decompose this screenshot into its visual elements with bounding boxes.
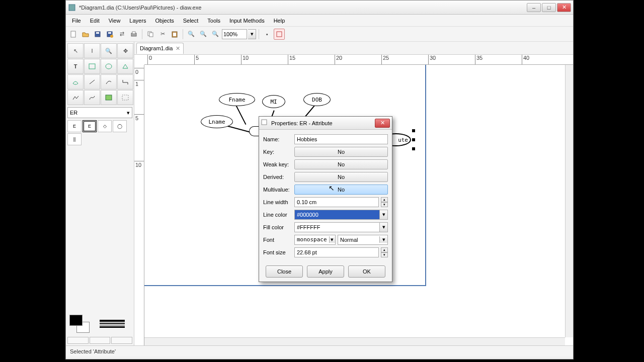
chevron-down-icon[interactable]: ▾ bbox=[379, 223, 387, 232]
menu-tools[interactable]: Tools bbox=[203, 17, 224, 25]
key-toggle[interactable]: No bbox=[294, 147, 388, 157]
print-icon[interactable] bbox=[128, 29, 139, 40]
menu-file[interactable]: File bbox=[68, 17, 85, 25]
fg-bg-color[interactable] bbox=[69, 315, 90, 333]
font-family-select[interactable]: monospace ▾ bbox=[294, 235, 336, 245]
menu-help[interactable]: Help bbox=[270, 17, 289, 25]
maximize-button[interactable]: □ bbox=[542, 3, 556, 12]
scrollbar-horizontal[interactable] bbox=[144, 337, 565, 345]
svg-rect-18 bbox=[122, 95, 128, 100]
menu-input-methods[interactable]: Input Methods bbox=[225, 17, 269, 25]
arrow-end-selector[interactable] bbox=[111, 337, 132, 344]
chevron-down-icon[interactable]: ▾ bbox=[379, 210, 387, 219]
fontsize-spinner[interactable]: ▴▾ bbox=[381, 247, 388, 257]
selection-handle[interactable] bbox=[412, 129, 415, 132]
text-edit-tool-icon[interactable]: I bbox=[84, 43, 100, 58]
er-participation-icon[interactable]: || bbox=[67, 133, 82, 145]
dialog-title: Properties: ER - Attribute bbox=[271, 120, 375, 126]
er-attribute-lname[interactable]: Lname bbox=[201, 115, 233, 128]
fg-swatch[interactable] bbox=[69, 315, 83, 326]
tab-close-icon[interactable]: ✕ bbox=[176, 45, 180, 52]
chevron-down-icon[interactable]: ▾ bbox=[329, 236, 335, 243]
close-button[interactable]: Close bbox=[266, 265, 303, 278]
menu-view[interactable]: View bbox=[105, 17, 125, 25]
linecolor-picker[interactable]: #000000 ▾ bbox=[294, 210, 388, 220]
er-entity-icon[interactable]: E bbox=[67, 120, 82, 132]
menu-layers[interactable]: Layers bbox=[125, 17, 150, 25]
ok-button[interactable]: OK bbox=[348, 265, 385, 278]
dialog-close-button[interactable]: ✕ bbox=[375, 119, 390, 128]
ruler-tick: 25 bbox=[381, 55, 389, 65]
sheet-name: ER bbox=[70, 110, 77, 116]
close-button[interactable]: ✕ bbox=[557, 3, 571, 12]
text-tool-icon[interactable]: T bbox=[67, 59, 84, 74]
cut-icon[interactable]: ✂ bbox=[157, 29, 168, 40]
er-attribute-icon[interactable]: ◯ bbox=[113, 120, 127, 132]
scroll-tool-icon[interactable]: ✥ bbox=[117, 43, 133, 58]
beziergon-tool-icon[interactable] bbox=[67, 74, 84, 89]
menu-select[interactable]: Select bbox=[179, 17, 203, 25]
label-font: Font bbox=[263, 237, 292, 243]
scrollbar-vertical[interactable] bbox=[565, 65, 573, 337]
line-pattern-icon[interactable] bbox=[100, 320, 125, 328]
sheet-selector[interactable]: ER ▾ bbox=[67, 107, 132, 118]
chevron-down-icon[interactable]: ▾ bbox=[379, 236, 387, 243]
save-icon[interactable] bbox=[92, 29, 103, 40]
font-style-value: Normal bbox=[338, 237, 379, 243]
fontsize-input[interactable] bbox=[294, 247, 379, 257]
minimize-button[interactable]: – bbox=[527, 3, 541, 12]
dialog-titlebar[interactable]: Properties: ER - Attribute ✕ bbox=[259, 117, 392, 130]
selection-handle[interactable] bbox=[412, 147, 415, 150]
name-input[interactable] bbox=[294, 134, 388, 144]
menu-edit[interactable]: Edit bbox=[86, 17, 104, 25]
zoom-value[interactable]: 100% bbox=[222, 29, 247, 39]
new-icon[interactable] bbox=[68, 29, 79, 40]
arrow-start-selector[interactable] bbox=[67, 337, 89, 344]
menu-objects[interactable]: Objects bbox=[151, 17, 178, 25]
export-icon[interactable]: ⇄ bbox=[116, 29, 127, 40]
ellipse-tool-icon[interactable] bbox=[101, 59, 117, 74]
label-derived: Derived: bbox=[263, 174, 292, 180]
zoom-in-icon[interactable]: 🔍 bbox=[186, 29, 197, 40]
er-attribute-fname[interactable]: Fname bbox=[219, 93, 255, 106]
selection-handle[interactable] bbox=[412, 138, 415, 141]
polyline-tool-icon[interactable] bbox=[67, 90, 84, 105]
arc-tool-icon[interactable] bbox=[101, 74, 117, 89]
weakkey-toggle[interactable]: No bbox=[294, 159, 388, 169]
linewidth-input[interactable] bbox=[294, 197, 379, 207]
ruler-tick: 30 bbox=[428, 55, 436, 65]
paste-icon[interactable] bbox=[169, 29, 180, 40]
fillcolor-picker[interactable]: #FFFFFF ▾ bbox=[294, 222, 388, 232]
box-tool-icon[interactable] bbox=[84, 59, 100, 74]
document-tab[interactable]: Diagram1.dia ✕ bbox=[136, 43, 184, 54]
image-tool-icon[interactable] bbox=[101, 90, 117, 105]
outline-tool-icon[interactable] bbox=[117, 90, 133, 105]
font-style-select[interactable]: Normal ▾ bbox=[338, 235, 388, 245]
er-attribute-dob[interactable]: DOB bbox=[303, 93, 331, 106]
er-weak-entity-icon[interactable]: E bbox=[83, 120, 97, 132]
line-style-selector[interactable] bbox=[90, 337, 111, 344]
copy-icon[interactable] bbox=[145, 29, 156, 40]
derived-toggle[interactable]: No bbox=[294, 172, 388, 182]
polygon-tool-icon[interactable] bbox=[117, 59, 133, 74]
zoom-out-icon[interactable]: 🔍 bbox=[198, 29, 209, 40]
app-icon bbox=[68, 4, 76, 12]
snap-icon[interactable]: ▪ bbox=[262, 29, 273, 40]
zoom-fit-icon[interactable]: 🔍 bbox=[210, 29, 221, 40]
zoom-dropdown[interactable]: ▾ bbox=[248, 29, 256, 39]
open-icon[interactable] bbox=[80, 29, 91, 40]
er-node-partial[interactable] bbox=[249, 126, 259, 136]
apply-button[interactable]: Apply bbox=[307, 265, 344, 278]
multivalue-toggle[interactable]: No bbox=[294, 185, 388, 195]
zigzag-tool-icon[interactable] bbox=[117, 74, 133, 89]
magnify-tool-icon[interactable]: 🔍 bbox=[101, 43, 117, 58]
linewidth-spinner[interactable]: ▴▾ bbox=[381, 197, 388, 207]
line-tool-icon[interactable] bbox=[84, 74, 100, 89]
saveas-icon[interactable] bbox=[104, 29, 115, 40]
bezier-tool-icon[interactable] bbox=[84, 90, 100, 105]
svg-rect-10 bbox=[149, 33, 153, 37]
snap-object-icon[interactable] bbox=[274, 29, 285, 40]
er-attribute-mi[interactable]: MI bbox=[262, 95, 285, 108]
er-relationship-icon[interactable]: ◇ bbox=[98, 120, 112, 132]
pointer-tool-icon[interactable]: ↖ bbox=[67, 43, 84, 58]
